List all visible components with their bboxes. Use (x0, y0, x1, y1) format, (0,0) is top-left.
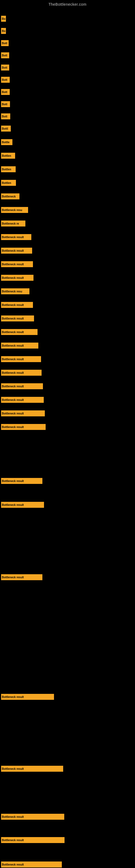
bar-label: Bottlen (2, 182, 11, 184)
bar[interactable]: Bottleneck result (1, 248, 32, 254)
bar-label: Bottleneck result (2, 276, 24, 279)
bar-label: Bottleneck result (2, 767, 24, 770)
bar[interactable]: Bottleneck result (1, 814, 64, 820)
bar-label: Bottleneck resu (2, 209, 22, 212)
bar-row: Bottleneck result (1, 397, 44, 403)
bar-row: Bottleneck result (1, 234, 31, 240)
bar-label: Bottl (2, 127, 8, 130)
bar-label: Bo (2, 30, 5, 33)
bar-label: Bottleneck result (2, 863, 24, 866)
bar-row: Bott (1, 101, 10, 107)
bar-row: Bottleneck result (1, 275, 34, 281)
bar[interactable]: Bottleneck result (1, 302, 33, 308)
bar-row: Bottleneck result (1, 478, 42, 484)
bar-label: Bottleneck re (2, 222, 19, 225)
bar[interactable]: Bottleneck result (1, 343, 38, 348)
bar[interactable]: Bottlen (1, 180, 16, 186)
bar[interactable]: Bottleneck resu (1, 207, 28, 213)
bar[interactable]: Bottleneck result (1, 502, 44, 508)
bar[interactable]: Bottl (1, 126, 11, 131)
bar[interactable]: Bottleneck result (1, 383, 43, 389)
bar[interactable]: Bottleneck result (1, 694, 54, 700)
bar[interactable]: Bott (1, 101, 10, 107)
bar-row: Bottleneck result (1, 837, 64, 843)
bar[interactable]: Bottle (1, 139, 12, 145)
bar[interactable]: Bott (1, 89, 10, 95)
bar-label: Bott (2, 66, 7, 69)
bar-label: Bottlen (2, 154, 11, 157)
bar-row: Bottleneck result (1, 574, 42, 580)
bar-row: Bottlen (1, 153, 15, 159)
bar-label: Bottleneck result (2, 236, 24, 239)
bar-row: Bottleneck resu (1, 288, 30, 294)
bar-label: Bottleneck result (2, 503, 24, 506)
bar[interactable]: Bottleneck result (1, 837, 64, 843)
bar[interactable]: Bottleneck result (1, 410, 45, 416)
bar-row: Bo (1, 28, 6, 34)
bar[interactable]: Bo (1, 28, 6, 34)
bar-row: Bottleneck result (1, 502, 44, 508)
bar-label: Bottleneck result (2, 839, 24, 842)
bar-label: Bottleneck result (2, 358, 24, 361)
bar[interactable]: Bott (1, 77, 10, 83)
bar-row: Bottlen (1, 166, 16, 172)
bar[interactable]: Bo (1, 16, 6, 22)
bar-row: Bottleneck result (1, 370, 42, 376)
bar[interactable]: Bottleneck result (1, 234, 31, 240)
bar-label: Bottlen (2, 168, 11, 171)
bar-label: Bottleneck result (2, 249, 24, 252)
bar-label: Bottleneck result (2, 344, 24, 347)
bar[interactable]: Bottleneck result (1, 424, 46, 430)
bar-label: Bottleneck result (2, 304, 24, 307)
bar[interactable]: Bottleneck (1, 193, 19, 199)
bar[interactable]: Bott (1, 40, 9, 46)
bar-label: Bott (2, 54, 7, 57)
bar[interactable]: Bottleneck re (1, 220, 26, 226)
bar-row: Bott (1, 113, 10, 119)
bar-row: Bottleneck result (1, 424, 46, 430)
bar-row: Bott (1, 77, 10, 83)
bar-label: Bottleneck result (2, 263, 24, 266)
bar[interactable]: Bottleneck result (1, 766, 63, 772)
bar-label: Bottleneck result (2, 412, 24, 415)
bar-label: Bottleneck result (2, 385, 24, 388)
bar[interactable]: Bottleneck result (1, 356, 41, 362)
bar[interactable]: Bottlen (1, 153, 15, 159)
bar-row: Bottleneck result (1, 248, 32, 254)
bar-row: Bottleneck result (1, 766, 63, 772)
bar[interactable]: Bottleneck result (1, 261, 33, 267)
bar[interactable]: Bottleneck result (1, 315, 34, 321)
bar-row: Bottleneck result (1, 356, 41, 362)
bar[interactable]: Bottleneck result (1, 275, 34, 281)
bar-row: Bottleneck resu (1, 207, 28, 213)
bar-row: Bottleneck result (1, 329, 38, 335)
bar[interactable]: Bott (1, 113, 10, 119)
bar-label: Bottleneck (2, 195, 16, 198)
bar-label: Bott (2, 91, 7, 94)
bar-label: Bottleneck result (2, 576, 24, 579)
bar-row: Bottleneck result (1, 302, 33, 308)
bar-label: Bottleneck result (2, 815, 24, 818)
bar-label: Bottleneck result (2, 317, 24, 320)
bar[interactable]: Bottleneck result (1, 370, 42, 376)
bar-label: Bo (2, 18, 5, 20)
bar[interactable]: Bottleneck result (1, 329, 38, 335)
bar-row: Bottleneck result (1, 410, 45, 416)
bar-row: Bo (1, 16, 6, 22)
bar-row: Bottlen (1, 180, 16, 186)
bar-row: Bottleneck result (1, 862, 62, 867)
bar[interactable]: Bottleneck result (1, 397, 44, 403)
bar[interactable]: Bottleneck result (1, 862, 62, 867)
bar-row: Bottleneck result (1, 814, 64, 820)
bar[interactable]: Bott (1, 52, 9, 58)
bar-label: Bott (2, 103, 7, 106)
bar[interactable]: Bottleneck result (1, 478, 42, 484)
bar[interactable]: Bottleneck resu (1, 288, 30, 294)
bar-row: Bottleneck result (1, 261, 33, 267)
bar-row: Bottleneck re (1, 220, 26, 226)
bar[interactable]: Bottlen (1, 166, 16, 172)
bar[interactable]: Bottleneck result (1, 574, 42, 580)
bar[interactable]: Bott (1, 65, 9, 70)
bar-label: Bottleneck result (2, 479, 24, 483)
bar-row: Bott (1, 65, 9, 70)
